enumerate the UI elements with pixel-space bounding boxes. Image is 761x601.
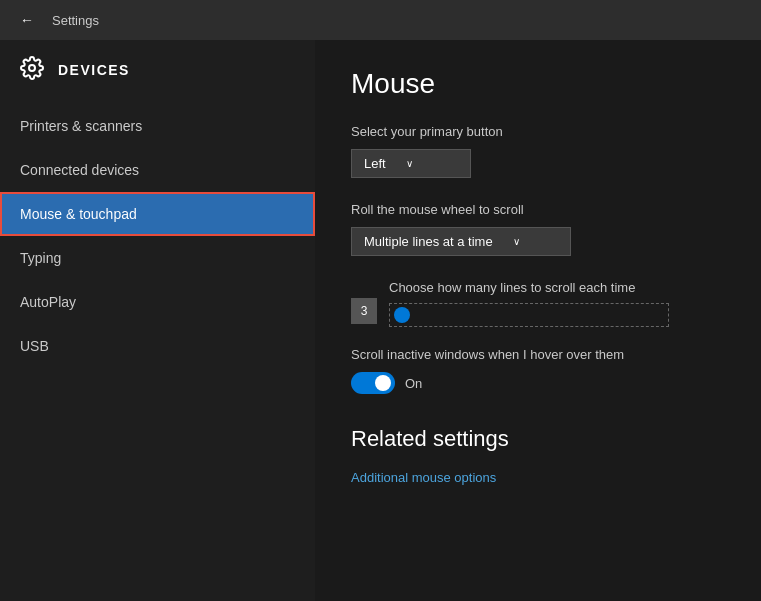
scroll-dropdown[interactable]: Multiple lines at a time ∨ [351, 227, 571, 256]
chevron-down-icon-2: ∨ [513, 236, 520, 247]
toggle-state-text: On [405, 376, 422, 391]
lines-slider-track[interactable] [389, 303, 669, 327]
inactive-scroll-toggle[interactable] [351, 372, 395, 394]
sidebar-item-autoplay[interactable]: AutoPlay [0, 280, 315, 324]
sidebar-item-mouse[interactable]: Mouse & touchpad [0, 192, 315, 236]
sidebar-header: DEVICES [0, 40, 315, 100]
primary-button-label: Select your primary button [351, 124, 725, 139]
scroll-label: Roll the mouse wheel to scroll [351, 202, 725, 217]
lines-count-badge: 3 [351, 298, 377, 324]
primary-button-dropdown[interactable]: Left ∨ [351, 149, 471, 178]
title-bar: ← Settings [0, 0, 761, 40]
toggle-thumb [375, 375, 391, 391]
sidebar-item-typing[interactable]: Typing [0, 236, 315, 280]
additional-mouse-options-link[interactable]: Additional mouse options [351, 470, 496, 485]
lines-slider-area: Choose how many lines to scroll each tim… [389, 280, 725, 327]
svg-point-0 [29, 65, 35, 71]
sidebar-item-usb[interactable]: USB [0, 324, 315, 368]
back-button[interactable]: ← [12, 5, 42, 35]
sidebar-nav: Printers & scanners Connected devices Mo… [0, 104, 315, 368]
sidebar-item-printers[interactable]: Printers & scanners [0, 104, 315, 148]
related-settings-title: Related settings [351, 426, 725, 452]
title-bar-text: Settings [52, 13, 99, 28]
sidebar: DEVICES Printers & scanners Connected de… [0, 40, 315, 601]
lines-scroll-section: 3 Choose how many lines to scroll each t… [351, 280, 725, 327]
lines-slider-label: Choose how many lines to scroll each tim… [389, 280, 725, 295]
sidebar-devices-title: DEVICES [58, 62, 130, 78]
content-area: Mouse Select your primary button Left ∨ … [315, 40, 761, 601]
scroll-value: Multiple lines at a time [364, 234, 493, 249]
main-layout: DEVICES Printers & scanners Connected de… [0, 40, 761, 601]
gear-icon [20, 56, 44, 84]
chevron-down-icon: ∨ [406, 158, 413, 169]
primary-button-value: Left [364, 156, 386, 171]
slider-thumb[interactable] [394, 307, 410, 323]
page-title: Mouse [351, 68, 725, 100]
inactive-scroll-label: Scroll inactive windows when I hover ove… [351, 347, 725, 362]
toggle-row: On [351, 372, 725, 394]
sidebar-item-connected[interactable]: Connected devices [0, 148, 315, 192]
